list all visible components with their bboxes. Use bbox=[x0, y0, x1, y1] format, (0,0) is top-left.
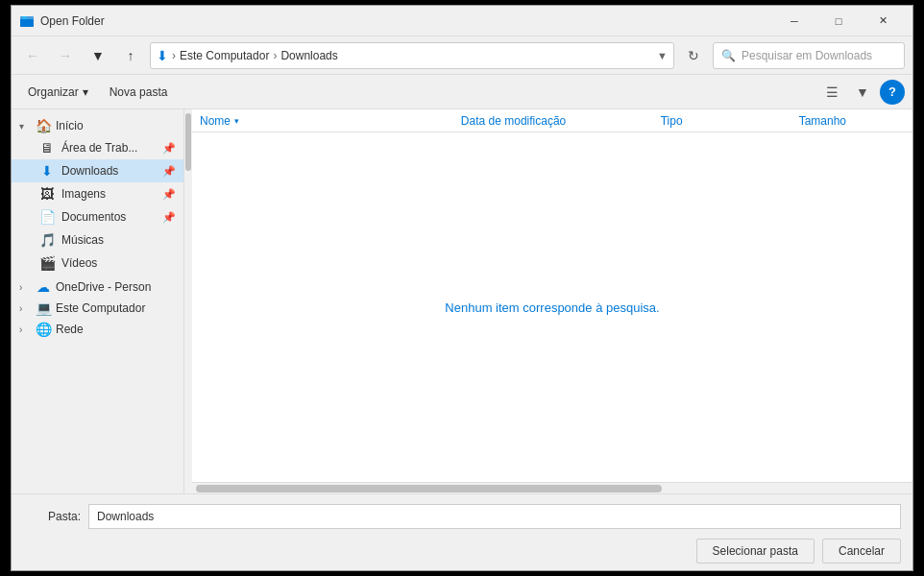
column-date-header[interactable]: Data de modificação bbox=[453, 109, 653, 132]
column-header: Nome ▾ Data de modificação Tipo Tamanho bbox=[192, 109, 912, 132]
imagens-pin-icon: 📌 bbox=[162, 188, 176, 201]
downloads-pin-icon: 📌 bbox=[162, 165, 176, 178]
titlebar-title: Open Folder bbox=[40, 14, 772, 28]
sidebar-item-documentos[interactable]: 📄 Documentos 📌 bbox=[12, 205, 183, 228]
dialog-open-folder: Open Folder ─ □ ✕ ← → ▼ ↑ ⬇ › Este Compu… bbox=[11, 5, 913, 571]
forward-button[interactable]: → bbox=[52, 42, 79, 69]
folder-row: Pasta: bbox=[12, 494, 912, 539]
column-date-label: Data de modificação bbox=[461, 114, 566, 128]
documentos-icon: 📄 bbox=[38, 209, 56, 225]
folder-input[interactable] bbox=[88, 504, 901, 529]
organize-label: Organizar bbox=[28, 85, 79, 99]
search-icon: 🔍 bbox=[721, 49, 736, 62]
sort-arrow-icon: ▾ bbox=[234, 116, 239, 126]
onedrive-label: OneDrive - Person bbox=[56, 280, 151, 294]
address-part-computer: Este Computador bbox=[180, 49, 269, 62]
back-button[interactable]: ← bbox=[19, 42, 46, 69]
column-type-header[interactable]: Tipo bbox=[653, 109, 791, 132]
sidebar-scrollbar-thumb bbox=[185, 113, 191, 171]
rede-label: Rede bbox=[56, 323, 84, 336]
search-bar[interactable]: 🔍 Pesquisar em Downloads bbox=[713, 42, 905, 69]
column-name-label: Nome bbox=[200, 114, 231, 128]
maximize-button[interactable]: □ bbox=[816, 6, 861, 36]
svg-rect-2 bbox=[22, 16, 27, 19]
file-list-body: Nenhum item corresponde à pesquisa. bbox=[192, 132, 912, 482]
onedrive-chevron-icon: › bbox=[19, 282, 31, 293]
minimize-button[interactable]: ─ bbox=[772, 6, 816, 36]
rede-icon: 🌐 bbox=[35, 322, 52, 337]
bottom-panel: Pasta: Selecionar pasta Cancelar bbox=[12, 493, 912, 570]
titlebar-controls: ─ □ ✕ bbox=[772, 6, 905, 36]
sidebar-scrollbar[interactable] bbox=[184, 109, 192, 493]
close-button[interactable]: ✕ bbox=[861, 6, 905, 36]
musicas-icon: 🎵 bbox=[38, 232, 56, 248]
horizontal-scrollbar[interactable] bbox=[192, 482, 912, 493]
cancel-button[interactable]: Cancelar bbox=[822, 539, 901, 564]
address-dropdown-icon[interactable]: ▼ bbox=[657, 50, 668, 61]
column-size-label: Tamanho bbox=[799, 114, 846, 128]
navigation-toolbar: ← → ▼ ↑ ⬇ › Este Computador › Downloads … bbox=[12, 36, 912, 75]
documentos-label: Documentos bbox=[61, 210, 126, 224]
download-icon: ⬇ bbox=[157, 48, 168, 63]
organize-button[interactable]: Organizar ▾ bbox=[19, 80, 97, 105]
nova-pasta-label: Nova pasta bbox=[109, 85, 168, 99]
rede-chevron-icon: › bbox=[19, 324, 31, 335]
select-folder-button[interactable]: Selecionar pasta bbox=[696, 539, 815, 564]
imagens-icon: 🖼 bbox=[38, 186, 56, 202]
computador-icon: 💻 bbox=[35, 300, 52, 316]
folder-label: Pasta: bbox=[23, 510, 81, 523]
titlebar: Open Folder ─ □ ✕ bbox=[12, 6, 912, 36]
sidebar-group-inicio[interactable]: ▾ 🏠 Início bbox=[12, 115, 183, 136]
select-folder-label: Selecionar pasta bbox=[713, 544, 798, 558]
column-type-label: Tipo bbox=[661, 114, 683, 128]
cancel-label: Cancelar bbox=[839, 544, 885, 558]
sidebar-item-area-trabalho[interactable]: 🖥 Área de Trab... 📌 bbox=[12, 136, 183, 159]
onedrive-icon: ☁ bbox=[35, 279, 52, 295]
help-button[interactable]: ? bbox=[880, 80, 905, 105]
downloads-icon: ⬇ bbox=[38, 163, 56, 179]
buttons-row: Selecionar pasta Cancelar bbox=[12, 539, 912, 573]
sidebar-group-rede[interactable]: › 🌐 Rede bbox=[12, 319, 183, 340]
search-placeholder: Pesquisar em Downloads bbox=[742, 49, 872, 62]
area-trabalho-pin-icon: 📌 bbox=[162, 142, 176, 155]
inicio-chevron-icon: ▾ bbox=[19, 121, 31, 132]
app-icon bbox=[19, 13, 35, 29]
empty-message: Nenhum item corresponde à pesquisa. bbox=[445, 300, 659, 315]
area-trabalho-label: Área de Trab... bbox=[61, 141, 137, 155]
column-name-header[interactable]: Nome ▾ bbox=[192, 109, 453, 132]
sidebar-group-computador[interactable]: › 💻 Este Computador bbox=[12, 298, 183, 319]
svg-rect-1 bbox=[20, 19, 34, 27]
column-size-header[interactable]: Tamanho bbox=[791, 109, 912, 132]
sidebar: ▾ 🏠 Início 🖥 Área de Trab... 📌 ⬇ Downloa… bbox=[12, 109, 184, 493]
sidebar-item-musicas[interactable]: 🎵 Músicas bbox=[12, 228, 183, 252]
recent-button[interactable]: ▼ bbox=[85, 42, 111, 69]
refresh-button[interactable]: ↻ bbox=[680, 42, 707, 69]
videos-label: Vídeos bbox=[61, 256, 97, 270]
nova-pasta-button[interactable]: Nova pasta bbox=[101, 80, 177, 105]
organize-chevron-icon: ▾ bbox=[83, 85, 88, 99]
inicio-icon: 🏠 bbox=[35, 118, 52, 133]
hscroll-thumb bbox=[196, 485, 662, 492]
view-options-button[interactable]: ☰ bbox=[818, 79, 845, 106]
address-bar[interactable]: ⬇ › Este Computador › Downloads ▼ bbox=[150, 42, 674, 69]
address-part-downloads: Downloads bbox=[280, 49, 337, 62]
up-button[interactable]: ↑ bbox=[117, 42, 144, 69]
sidebar-item-imagens[interactable]: 🖼 Imagens 📌 bbox=[12, 182, 183, 205]
sidebar-group-onedrive[interactable]: › ☁ OneDrive - Person bbox=[12, 276, 183, 298]
documentos-pin-icon: 📌 bbox=[162, 211, 176, 224]
imagens-label: Imagens bbox=[61, 187, 106, 201]
computador-label: Este Computador bbox=[56, 301, 145, 315]
sidebar-item-downloads[interactable]: ⬇ Downloads 📌 bbox=[12, 159, 183, 182]
inicio-label: Início bbox=[56, 119, 84, 132]
file-area: Nome ▾ Data de modificação Tipo Tamanho … bbox=[192, 109, 912, 493]
commandbar: Organizar ▾ Nova pasta ☰ ▼ ? bbox=[12, 75, 912, 109]
sidebar-section-inicio: ▾ 🏠 Início 🖥 Área de Trab... 📌 ⬇ Downloa… bbox=[12, 113, 183, 276]
musicas-label: Músicas bbox=[61, 233, 104, 247]
area-trabalho-icon: 🖥 bbox=[38, 140, 56, 156]
view-more-button[interactable]: ▼ bbox=[849, 79, 876, 106]
computador-chevron-icon: › bbox=[19, 303, 31, 314]
videos-icon: 🎬 bbox=[38, 255, 56, 271]
downloads-label: Downloads bbox=[61, 164, 118, 178]
sidebar-item-videos[interactable]: 🎬 Vídeos bbox=[12, 252, 183, 275]
main-content: ▾ 🏠 Início 🖥 Área de Trab... 📌 ⬇ Downloa… bbox=[12, 109, 912, 493]
